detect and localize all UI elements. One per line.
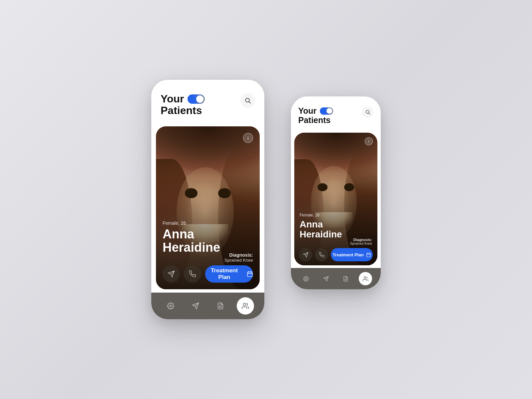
nav-settings-small[interactable] (300, 272, 313, 285)
patient-card-area-small: i Female, 26 Anna Heraidine Diagnosis: (291, 130, 381, 268)
title-block-small: Your Patients (298, 106, 333, 125)
send-icon-large (168, 270, 175, 278)
send-icon-small (303, 252, 309, 258)
title-line1-small: Your (298, 106, 333, 116)
name-line1-small: Anna (300, 219, 323, 229)
card-shape-small: i Female, 26 Anna Heraidine Diagnosis: (294, 133, 377, 265)
title-your-small: Your (298, 106, 317, 116)
gender-age-large: Female, 26 (163, 220, 220, 226)
nav-patients-large[interactable] (237, 297, 254, 315)
header-large: Your Patients (151, 80, 264, 123)
svg-line-1 (249, 102, 251, 103)
title-block-large: Your Patients (161, 93, 205, 116)
nav-notes-small[interactable] (339, 272, 352, 285)
call-button-small[interactable] (315, 248, 328, 261)
nav-send-small[interactable] (319, 272, 332, 285)
nav-patients-icon-small (363, 276, 368, 282)
phone-small: Your Patients (291, 96, 381, 289)
search-icon-large (244, 97, 251, 104)
treatment-plan-label-small: Treatment Plan (332, 252, 363, 257)
svg-point-6 (170, 305, 172, 307)
phones-container: Your Patients (151, 80, 381, 319)
calendar-icon-small (366, 252, 371, 257)
title-patients-small: Patients (298, 116, 333, 125)
patient-card-area-large: i Female, 26 Anna Heraidine Diagnosis: (151, 123, 264, 293)
send-button-small[interactable] (299, 248, 312, 261)
svg-point-19 (364, 277, 366, 279)
title-line1-large: Your (161, 93, 205, 105)
phone-icon-small (319, 252, 325, 258)
call-button-large[interactable] (184, 265, 201, 283)
bottom-nav-small (291, 268, 381, 289)
nav-patients-icon-large (242, 302, 249, 310)
toggle-large[interactable] (188, 94, 205, 104)
name-line2-large: Heraidine (163, 240, 220, 254)
card-overlay-large: Female, 26 Anna Heraidine Diagnosis: Spr… (156, 126, 260, 289)
diagnosis-label-large: Diagnosis: (224, 252, 253, 258)
treatment-plan-label-large: Treatment Plan (205, 267, 243, 281)
nav-send-icon-small (323, 276, 329, 282)
name-line2-small: Heraidine (300, 229, 342, 239)
nav-send-large[interactable] (187, 297, 204, 315)
diagnosis-block-large: Diagnosis: Sprained Knee (224, 252, 253, 263)
nav-notes-large[interactable] (212, 297, 229, 315)
nav-notes-icon-small (343, 276, 348, 282)
send-button-large[interactable] (163, 265, 180, 283)
diagnosis-value-small: Sprained Knee (350, 242, 372, 245)
toggle-small[interactable] (320, 107, 333, 115)
svg-rect-2 (247, 272, 252, 277)
treatment-plan-button-large[interactable]: Treatment Plan (205, 265, 253, 283)
nav-notes-icon-large (217, 302, 224, 310)
patient-name-large: Anna Heraidine (163, 228, 220, 254)
settings-icon-small (303, 276, 309, 282)
toggle-knob-small (327, 108, 332, 114)
diagnosis-block-small: Diagnosis: Sprained Knee (350, 238, 372, 245)
toggle-knob-large (196, 95, 203, 103)
diagnosis-label-small: Diagnosis: (350, 238, 372, 242)
header-small: Your Patients (291, 96, 381, 130)
svg-point-9 (243, 303, 245, 306)
patient-name-small: Anna Heraidine (300, 219, 342, 239)
treatment-plan-button-small[interactable]: Treatment Plan (331, 248, 373, 261)
action-row-large: Treatment Plan (163, 265, 253, 283)
search-icon-small (365, 109, 370, 115)
bottom-nav-large (151, 293, 264, 319)
nav-send-icon-large (192, 302, 199, 310)
action-row-small: Treatment Plan (299, 248, 373, 261)
settings-icon-large (167, 302, 174, 310)
title-your-large: Your (161, 93, 184, 105)
svg-rect-12 (366, 253, 370, 257)
nav-settings-large[interactable] (162, 297, 179, 315)
phone-icon-large (189, 270, 196, 278)
phone-large: Your Patients (151, 80, 264, 319)
name-line1-large: Anna (163, 227, 194, 241)
gender-age-small: Female, 26 (300, 213, 342, 217)
diagnosis-value-large: Sprained Knee (224, 258, 253, 263)
card-overlay-small: Female, 26 Anna Heraidine Diagnosis: Spr… (294, 133, 377, 265)
svg-line-11 (369, 113, 370, 114)
search-button-large[interactable] (240, 93, 255, 108)
card-shape-large: i Female, 26 Anna Heraidine Diagnosis: (156, 126, 260, 289)
nav-patients-small[interactable] (359, 272, 372, 285)
search-button-small[interactable] (362, 106, 373, 118)
title-patients-large: Patients (161, 105, 205, 116)
calendar-icon-large (247, 271, 253, 277)
svg-point-16 (306, 278, 307, 279)
